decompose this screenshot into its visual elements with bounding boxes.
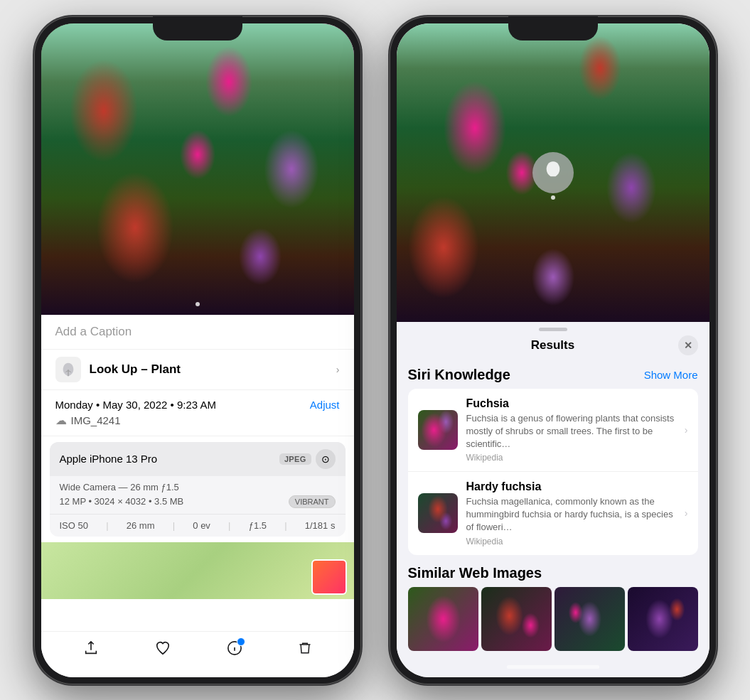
photo-area-right: [397, 23, 709, 322]
cloud-icon: ☁: [55, 414, 67, 427]
exif-row: ISO 50 | 26 mm | 0 ev | ƒ1.5 | 1/181 s: [50, 514, 345, 537]
info-button[interactable]: [227, 640, 242, 656]
heart-button[interactable]: [154, 640, 171, 656]
photo-date: Monday • May 30, 2022 • 9:23 AM: [55, 399, 216, 411]
web-images-header: Similar Web Images: [408, 565, 698, 581]
results-body: Siri Knowledge Show More Fuchsia Fuchsia…: [397, 360, 709, 677]
filename: IMG_4241: [71, 414, 121, 426]
fuchsia-name: Fuchsia: [466, 397, 676, 410]
photo-dot: [195, 302, 200, 306]
hardy-thumbnail: [418, 493, 458, 533]
info-badge: [237, 637, 245, 646]
jpeg-badge: JPEG: [279, 453, 311, 465]
device-name: Apple iPhone 13 Pro: [60, 453, 158, 465]
web-image-2[interactable]: [481, 587, 552, 651]
photo-area-left: [41, 23, 354, 315]
home-bar-left: [151, 665, 244, 669]
phone-notch-left: [153, 16, 242, 41]
close-button[interactable]: ✕: [678, 335, 698, 355]
web-images-section: Similar Web Images: [408, 565, 698, 651]
caption-area[interactable]: Add a Caption: [41, 315, 354, 350]
photo-info-section: Monday • May 30, 2022 • 9:23 AM Adjust ☁…: [41, 390, 354, 436]
fuchsia-desc: Fuchsia is a genus of flowering plants t…: [466, 412, 676, 451]
left-screen: Add a Caption Look Up – Plant ›: [41, 23, 354, 677]
web-image-4[interactable]: [628, 587, 698, 651]
siri-knowledge-title: Siri Knowledge: [408, 367, 510, 383]
left-phone: Add a Caption Look Up – Plant ›: [34, 16, 361, 684]
knowledge-item-fuchsia[interactable]: Fuchsia Fuchsia is a genus of flowering …: [408, 389, 698, 472]
lookup-label: Look Up – Plant: [90, 362, 181, 377]
web-images-title: Similar Web Images: [408, 565, 542, 581]
fuchsia-source: Wikipedia: [466, 453, 676, 463]
lookup-row[interactable]: Look Up – Plant ›: [41, 350, 354, 390]
exif-iso: ISO 50: [60, 520, 88, 531]
toolbar: [41, 631, 354, 677]
location-icon: ⊙: [316, 449, 336, 469]
delete-button[interactable]: [298, 640, 312, 656]
hardy-chevron: ›: [685, 507, 688, 519]
exif-aperture: ƒ1.5: [249, 520, 267, 531]
camera-details: Wide Camera — 26 mm ƒ1.5 12 MP • 3024 × …: [50, 476, 345, 514]
phone-notch-right: [508, 16, 598, 41]
siri-knowledge-header: Siri Knowledge Show More: [408, 367, 698, 383]
flower-photo-left: [41, 23, 354, 315]
right-phone: Results ✕ Siri Knowledge Show More: [390, 16, 717, 684]
results-title: Results: [531, 338, 574, 352]
web-image-3[interactable]: [555, 587, 625, 651]
hardy-source: Wikipedia: [466, 537, 676, 546]
results-header: Results ✕: [397, 331, 709, 360]
hardy-desc: Fuchsia magellanica, commonly known as t…: [466, 495, 676, 534]
visual-search-icon: [543, 160, 563, 185]
device-section: Apple iPhone 13 Pro JPEG ⊙ Wide Camera —…: [50, 442, 345, 537]
web-images-grid: [408, 587, 698, 651]
web-image-1[interactable]: [408, 587, 478, 651]
share-button[interactable]: [83, 640, 99, 656]
visual-search-dot: [551, 195, 555, 200]
home-bar-right: [507, 665, 599, 669]
camera-line1: Wide Camera — 26 mm ƒ1.5: [60, 482, 336, 492]
device-header: Apple iPhone 13 Pro JPEG ⊙: [50, 442, 345, 476]
camera-line2: 12 MP • 3024 × 4032 • 3.5 MB VIBRANT: [60, 495, 336, 508]
exif-ev: 0 ev: [193, 520, 210, 531]
hardy-text: Hardy fuchsia Fuchsia magellanica, commo…: [466, 480, 676, 546]
knowledge-card: Fuchsia Fuchsia is a genus of flowering …: [408, 389, 698, 555]
adjust-button[interactable]: Adjust: [310, 399, 340, 411]
map-area[interactable]: [41, 542, 354, 599]
fuchsia-chevron: ›: [685, 424, 688, 436]
exif-shutter: 1/181 s: [305, 520, 336, 531]
map-thumbnail: [311, 559, 347, 595]
hardy-name: Hardy fuchsia: [466, 480, 676, 493]
device-badges: JPEG ⊙: [279, 449, 336, 469]
results-panel: Results ✕ Siri Knowledge Show More: [397, 322, 709, 677]
show-more-button[interactable]: Show More: [644, 369, 698, 381]
exif-mm: 26 mm: [127, 520, 155, 531]
lookup-icon: [55, 357, 81, 382]
right-screen: Results ✕ Siri Knowledge Show More: [397, 23, 709, 677]
caption-input[interactable]: Add a Caption: [55, 325, 132, 338]
lookup-chevron: ›: [336, 364, 340, 375]
vibrant-badge: VIBRANT: [289, 495, 336, 508]
fuchsia-thumbnail: [418, 410, 458, 450]
knowledge-item-hardy[interactable]: Hardy fuchsia Fuchsia magellanica, commo…: [408, 471, 698, 555]
visual-search-button[interactable]: [532, 152, 574, 193]
fuchsia-text: Fuchsia Fuchsia is a genus of flowering …: [466, 397, 676, 463]
